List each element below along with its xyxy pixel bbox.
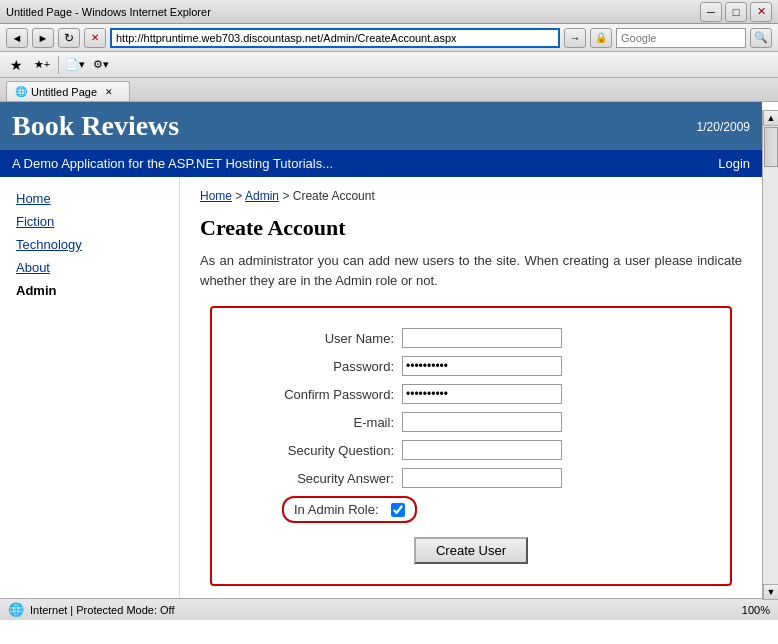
search-input[interactable] (616, 28, 746, 48)
page-wrapper: Book Reviews 1/20/2009 A Demo Applicatio… (0, 102, 762, 598)
scrollbar[interactable]: ▲ ▼ (762, 110, 778, 600)
back-button[interactable]: ◄ (6, 28, 28, 48)
confirm-password-field[interactable] (402, 384, 562, 404)
site-date: 1/20/2009 (697, 120, 750, 134)
username-row: User Name: (242, 328, 700, 348)
tagline-text: A Demo Application for the ASP.NET Hosti… (12, 156, 333, 171)
security-answer-row: Security Answer: (242, 468, 700, 488)
password-row: Password: (242, 356, 700, 376)
refresh-button[interactable]: ↻ (58, 28, 80, 48)
cert-icon: 🔒 (590, 28, 612, 48)
tab-icon: 🌐 (15, 86, 27, 97)
password-label: Password: (242, 359, 402, 374)
sidebar-item-admin[interactable]: Admin (0, 279, 179, 302)
create-user-button[interactable]: Create User (414, 537, 528, 564)
email-field[interactable] (402, 412, 562, 432)
zoom-level: 100% (742, 604, 770, 616)
site-header: Book Reviews 1/20/2009 (0, 102, 762, 150)
sidebar-item-home[interactable]: Home (0, 187, 179, 210)
confirm-password-label: Confirm Password: (242, 387, 402, 402)
breadcrumb-current: Create Account (293, 189, 375, 203)
add-favorites-icon[interactable]: ★+ (32, 55, 52, 75)
search-go-button[interactable]: 🔍 (750, 28, 772, 48)
breadcrumb: Home > Admin > Create Account (200, 189, 742, 203)
breadcrumb-home[interactable]: Home (200, 189, 232, 203)
security-question-field[interactable] (402, 440, 562, 460)
confirm-password-row: Confirm Password: (242, 384, 700, 404)
page-heading: Create Account (200, 215, 742, 241)
tab-bar: 🌐 Untitled Page ✕ (0, 78, 778, 102)
email-row: E-mail: (242, 412, 700, 432)
scroll-track[interactable] (763, 168, 778, 584)
restore-button[interactable]: □ (725, 2, 747, 22)
address-bar[interactable] (110, 28, 560, 48)
page-menu-icon[interactable]: 📄▾ (65, 55, 85, 75)
admin-role-box: In Admin Role: (282, 496, 417, 523)
login-link[interactable]: Login (718, 156, 750, 171)
tab-label: Untitled Page (31, 86, 97, 98)
sidebar: Home Fiction Technology About Admin (0, 177, 180, 598)
scroll-thumb[interactable] (764, 127, 778, 167)
browser-title: Untitled Page - Windows Internet Explore… (6, 6, 211, 18)
email-label: E-mail: (242, 415, 402, 430)
site-title: Book Reviews (12, 110, 179, 142)
main-layout: Home Fiction Technology About Admin Home… (0, 177, 762, 598)
minimize-button[interactable]: ─ (700, 2, 722, 22)
breadcrumb-sep1: > (232, 189, 245, 203)
username-label: User Name: (242, 331, 402, 346)
sidebar-item-fiction[interactable]: Fiction (0, 210, 179, 233)
tools-menu-icon[interactable]: ⚙▾ (91, 55, 111, 75)
username-field[interactable] (402, 328, 562, 348)
status-right: 100% (742, 604, 770, 616)
scroll-down-button[interactable]: ▼ (763, 584, 778, 600)
close-button[interactable]: ✕ (750, 2, 772, 22)
favorites-icon[interactable]: ★ (6, 55, 26, 75)
security-question-label: Security Question: (242, 443, 402, 458)
security-answer-label: Security Answer: (242, 471, 402, 486)
browser-toolbar: ★ ★+ 📄▾ ⚙▾ (0, 52, 778, 78)
status-zone: Internet | Protected Mode: Off (30, 604, 175, 616)
browser-window: Untitled Page - Windows Internet Explore… (0, 0, 778, 620)
status-icon: 🌐 (8, 602, 24, 617)
admin-role-label: In Admin Role: (294, 502, 379, 517)
create-account-form: User Name: Password: Confirm Password: (210, 306, 732, 586)
tab-close-icon[interactable]: ✕ (105, 87, 113, 97)
breadcrumb-sep2: > (279, 189, 293, 203)
security-answer-field[interactable] (402, 468, 562, 488)
stop-button[interactable]: ✕ (84, 28, 106, 48)
browser-nav-bar: ◄ ► ↻ ✕ → 🔒 🔍 (0, 24, 778, 52)
password-field[interactable] (402, 356, 562, 376)
sidebar-item-about[interactable]: About (0, 256, 179, 279)
forward-button[interactable]: ► (32, 28, 54, 48)
tab-untitled[interactable]: 🌐 Untitled Page ✕ (6, 81, 130, 101)
tagline-bar: A Demo Application for the ASP.NET Hosti… (0, 150, 762, 177)
admin-role-row: In Admin Role: (282, 496, 700, 523)
status-left: 🌐 Internet | Protected Mode: Off (8, 602, 175, 617)
browser-titlebar: Untitled Page - Windows Internet Explore… (0, 0, 778, 24)
content-area: Home > Admin > Create Account Create Acc… (180, 177, 762, 598)
sidebar-item-technology[interactable]: Technology (0, 233, 179, 256)
scroll-up-button[interactable]: ▲ (763, 110, 778, 126)
admin-role-checkbox[interactable] (391, 503, 405, 517)
status-bar: 🌐 Internet | Protected Mode: Off 100% (0, 598, 778, 620)
go-button[interactable]: → (564, 28, 586, 48)
page-description: As an administrator you can add new user… (200, 251, 742, 290)
security-question-row: Security Question: (242, 440, 700, 460)
breadcrumb-admin[interactable]: Admin (245, 189, 279, 203)
